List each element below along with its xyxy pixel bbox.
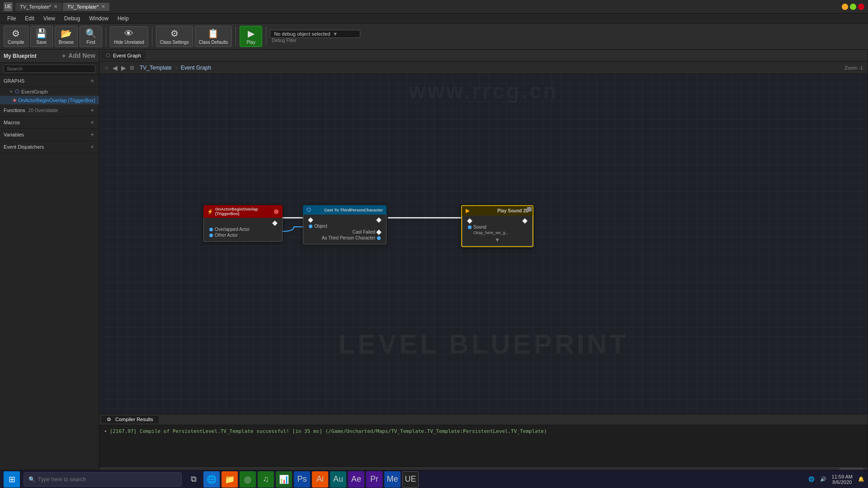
minimize-button[interactable] [842,4,848,10]
taskbar-notification-icon[interactable]: 🔔 [858,476,864,482]
left-panel: My Blueprint ＋ Add New GRAPHS ＋ ▼ ⬡ Even… [0,50,99,477]
compiler-results-tab[interactable]: ⚙ Compiler Results [101,416,159,423]
taskbar-app-chrome[interactable]: ◎ [240,471,256,488]
start-button[interactable]: ⊞ [4,471,20,488]
taskbar-app-explorer[interactable]: 📁 [222,471,238,488]
functions-section[interactable]: Functions 20 Overridable ＋ [0,104,99,117]
menubar: File Edit View Debug Window Help [0,14,868,23]
event-dispatchers-add-button[interactable]: ＋ [89,143,95,151]
menu-edit[interactable]: Edit [20,14,39,23]
variables-label: Variables [4,132,24,137]
compiler-bullet-icon: • [104,428,107,434]
tab-close-1[interactable]: ✕ [54,4,57,9]
search-input[interactable] [4,65,95,73]
taskbar-app-illustrator[interactable]: Ai [312,471,328,488]
taskbar-search-input[interactable] [38,476,177,483]
sound-value: Okay_here_we_g... [466,230,528,235]
sound-exec-row [466,218,528,224]
node-overlap-header: OnActorBeginOverlap (TriggerBox) ⊗ [203,205,283,218]
pin-as-third-person: As Third Person Character [307,235,382,240]
breadcrumb-sep-1: › [175,65,177,71]
class-defaults-icon: 📋 [208,28,219,39]
taskbar-app-audition[interactable]: Au [330,471,346,488]
taskbar-network-icon: 🌐 [808,476,815,482]
node-close-icon: ⊗ [274,208,279,215]
macros-add-button[interactable]: ＋ [89,118,95,127]
taskbar-app-premiere[interactable]: Pr [366,471,382,488]
taskbar-clock: 11:59 AM 8/6/2020 [832,474,853,485]
taskbar-right: 🌐 🔊 11:59 AM 8/6/2020 🔔 [808,474,864,485]
graphs-section[interactable]: GRAPHS ＋ [0,75,99,87]
add-new-button[interactable]: ＋ Add New [61,52,95,60]
save-button[interactable]: 💾 Save [30,26,53,47]
menu-help[interactable]: Help [113,14,133,23]
tab-tv-template-2[interactable]: TV_Template* ✕ [63,3,109,11]
hide-unrelated-icon: 👁 [124,28,133,39]
taskbar-app-media[interactable]: Me [384,471,401,488]
menu-file[interactable]: File [3,14,20,23]
menu-view[interactable]: View [39,14,60,23]
taskbar-search-icon: 🔍 [28,476,35,483]
taskbar-app-unreal[interactable]: UE [402,471,419,488]
tab-tv-template-1[interactable]: TV_Template* ✕ [15,3,62,11]
functions-add-button[interactable]: ＋ [89,106,95,114]
nav-back-icon[interactable]: ◀ [113,64,118,71]
debug-object-selector[interactable]: No debug object selected ▼ [270,30,360,38]
taskbar-app-task-view[interactable]: ⧉ [185,471,202,488]
pin-overlapped-dot [209,228,213,231]
node-cast-to-third-person[interactable]: Cast To ThirdPersonCharacter Object [303,205,387,244]
find-button[interactable]: 🔍 Find [80,26,102,47]
pin-cast-exec-out [375,218,382,222]
taskbar-app-excel[interactable]: 📊 [276,471,292,488]
breadcrumb-project: TV_Template [140,65,172,71]
class-settings-icon: ⚙ [170,28,179,39]
tree-event-graph[interactable]: ▼ ⬡ EventGraph [0,87,99,96]
favorite-icon[interactable]: ☆ [104,65,109,71]
level-blueprint-text: LEVEL BLUEPRINT [338,328,628,360]
node-on-actor-begin-overlap[interactable]: OnActorBeginOverlap (TriggerBox) ⊗ Overl… [203,205,283,242]
taskbar-app-ae[interactable]: Ae [348,471,364,488]
canvas-tabs: ⬡ Event Graph [99,50,868,61]
play-button[interactable]: ▶ Play [240,26,262,47]
browse-button[interactable]: 📂 Browse [55,26,78,47]
main-area: My Blueprint ＋ Add New GRAPHS ＋ ▼ ⬡ Even… [0,50,868,477]
search-bar [0,63,99,75]
node-cast-header: Cast To ThirdPersonCharacter [303,205,387,215]
close-button[interactable] [858,4,864,10]
class-settings-button[interactable]: ⚙ Class Settings [156,26,193,47]
nav-forward-icon[interactable]: ▶ [121,64,126,71]
canvas-wrapper: ⬡ Event Graph ☆ ◀ ▶ ⊞ TV_Template › Even… [99,50,868,477]
app-icon: UE [4,2,13,11]
taskbar-app-spotify[interactable]: ♫ [258,471,274,488]
event-graph-tab[interactable]: ⬡ Event Graph [101,51,146,60]
compile-button[interactable]: ⚙ Compile [4,26,28,47]
pin-exec-dot [272,221,277,225]
find-icon: 🔍 [85,28,97,39]
event-dispatchers-section[interactable]: Event Dispatchers ＋ [0,141,99,153]
sound-expand-icon[interactable]: ▼ [466,237,528,243]
node-play-sound-2d[interactable]: Play Sound 2D Sound [461,205,533,247]
window-controls [842,4,864,10]
menu-window[interactable]: Window [85,14,113,23]
browse-icon: 📂 [61,28,72,39]
maximize-button[interactable] [850,4,856,10]
my-blueprint-header: My Blueprint ＋ Add New [0,50,99,63]
menu-debug[interactable]: Debug [60,14,85,23]
toolbar-sep-3 [236,27,236,47]
macros-section[interactable]: Macros ＋ [0,117,99,129]
variables-section[interactable]: Variables ＋ [0,129,99,141]
pin-other-dot [209,234,213,237]
blueprint-canvas[interactable]: www.rrcg.cn LEVEL BLUEPRINT OnActorBegin… [99,74,868,414]
class-defaults-button[interactable]: 📋 Class Defaults [195,26,232,47]
variables-add-button[interactable]: ＋ [89,131,95,139]
node-corner-handle[interactable] [527,207,532,211]
debug-filter-label: Debug Filter [270,38,360,43]
taskbar-app-edge[interactable]: 🌐 [203,471,220,488]
cast-exec-row [307,217,382,223]
taskbar-app-photoshop[interactable]: Ps [294,471,310,488]
graphs-add-button[interactable]: ＋ [89,77,95,85]
hide-unrelated-button[interactable]: 👁 Hide Unrelated [110,26,148,47]
tree-overlap-node[interactable]: ◈ OnActorBeginOverlap (TriggerBox) [0,96,99,104]
tab-close-2[interactable]: ✕ [101,4,105,9]
pin-sound-exec-out-dot [522,218,527,223]
